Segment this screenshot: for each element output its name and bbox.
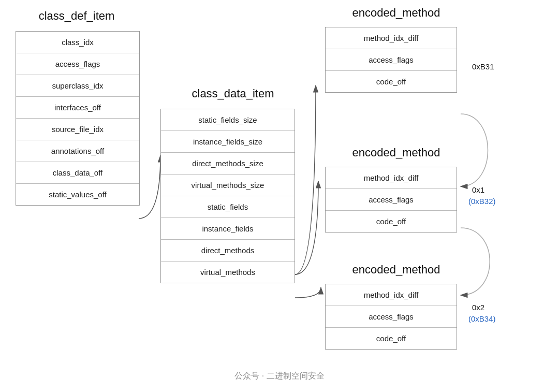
class-data-item-box: static_fields_size instance_fields_size … [160, 109, 295, 283]
class-data-row-4: static_fields [161, 196, 295, 218]
enc3-row-1: access_flags [326, 306, 457, 328]
enc1-row-2: code_off [326, 71, 457, 92]
label-0xB34: (0xB34) [468, 314, 496, 323]
encoded-method-3-title: encoded_method [330, 263, 462, 277]
encoded-method-3-box: method_idx_diff access_flags code_off [325, 284, 457, 350]
label-0x2: 0x2 [472, 303, 484, 312]
class-def-row-4: source_file_idx [16, 119, 139, 140]
class-def-row-5: annotations_off [16, 140, 139, 162]
class-data-row-5: instance_fields [161, 218, 295, 240]
class-data-row-7: virtual_methods [161, 262, 295, 283]
class-def-item-title: class_def_item [20, 9, 134, 23]
encoded-method-1-box: method_idx_diff access_flags code_off [325, 27, 457, 93]
enc2-row-0: method_idx_diff [326, 167, 457, 189]
label-0xB31: 0xB31 [472, 62, 494, 71]
enc2-row-2: code_off [326, 211, 457, 232]
class-def-item-box: class_idx access_flags superclass_idx in… [16, 31, 140, 206]
class-def-row-7: static_values_off [16, 184, 139, 205]
class-data-row-1: instance_fields_size [161, 131, 295, 153]
class-def-row-6: class_data_off [16, 162, 139, 184]
enc1-row-0: method_idx_diff [326, 27, 457, 49]
encoded-method-1-title: encoded_method [330, 6, 462, 20]
class-data-row-3: virtual_methods_size [161, 175, 295, 196]
diagram-container: class_def_item class_idx access_flags su… [0, 0, 559, 392]
label-0xB32: (0xB32) [468, 197, 496, 206]
enc1-row-1: access_flags [326, 49, 457, 71]
class-data-row-0: static_fields_size [161, 109, 295, 131]
class-def-row-1: access_flags [16, 53, 139, 75]
encoded-method-2-title: encoded_method [330, 146, 462, 159]
encoded-method-2-box: method_idx_diff access_flags code_off [325, 167, 457, 233]
class-data-item-title: class_data_item [166, 87, 300, 100]
class-data-row-2: direct_methods_size [161, 153, 295, 175]
watermark: 公众号 · 二进制空间安全 [234, 371, 324, 382]
class-def-row-2: superclass_idx [16, 75, 139, 97]
class-def-row-0: class_idx [16, 32, 139, 53]
label-0x1: 0x1 [472, 185, 484, 194]
enc2-row-1: access_flags [326, 189, 457, 211]
class-data-row-6: direct_methods [161, 240, 295, 262]
class-def-row-3: interfaces_off [16, 97, 139, 119]
enc3-row-2: code_off [326, 328, 457, 349]
enc3-row-0: method_idx_diff [326, 284, 457, 306]
